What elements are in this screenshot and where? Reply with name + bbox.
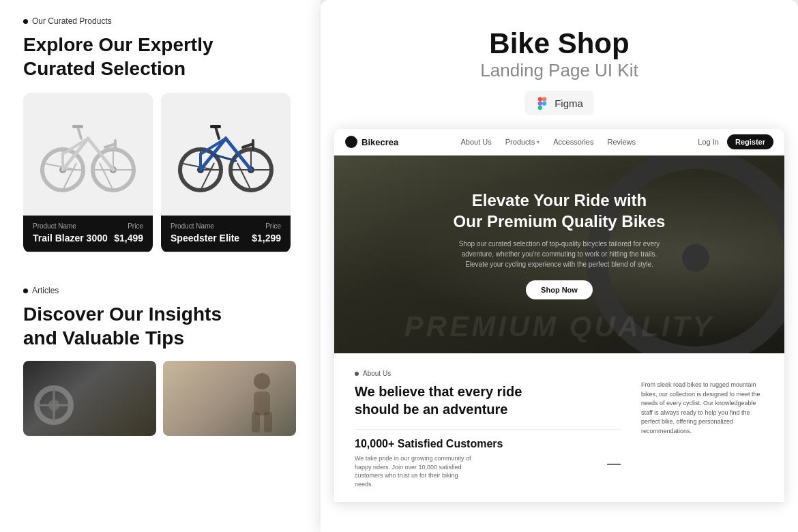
article-images (23, 361, 297, 436)
articles-tag: Articles (23, 286, 297, 295)
hero-title: Elevate Your Ride with Our Premium Quali… (389, 190, 730, 232)
chevron-down-icon: ▾ (537, 139, 540, 145)
figma-icon (535, 96, 549, 110)
browser-nav: Bikecrea About Us Products ▾ Accessories… (334, 129, 784, 156)
svg-rect-47 (538, 97, 542, 101)
hero-content: Elevate Your Ride with Our Premium Quali… (334, 156, 784, 334)
nav-links: About Us Products ▾ Accessories Reviews (461, 138, 636, 146)
article-image-2[interactable] (163, 361, 296, 436)
page-title: Bike Shop (489, 27, 629, 60)
product-image-2 (161, 93, 291, 216)
svg-line-17 (105, 144, 115, 147)
product-cards: Product Name Price Trail Blazer 3000 $1,… (23, 93, 297, 253)
svg-rect-36 (210, 125, 221, 128)
article-image-1[interactable] (23, 361, 156, 436)
svg-line-5 (42, 163, 76, 170)
svg-rect-45 (252, 412, 260, 432)
svg-point-43 (254, 373, 270, 389)
product-image-1 (23, 93, 153, 216)
login-button[interactable]: Log In (698, 138, 719, 146)
stats-left: 10,000+ Satisfied Customers We take prid… (355, 438, 503, 488)
svg-rect-46 (264, 412, 272, 432)
nav-link-products[interactable]: Products ▾ (505, 138, 540, 146)
dot-icon (23, 19, 28, 24)
figma-label: Figma (555, 98, 583, 109)
svg-rect-44 (254, 391, 270, 415)
right-header: Bike Shop Landing Page UI Kit Figma (321, 0, 798, 129)
stats-description: We take pride in our growing community o… (355, 454, 477, 488)
svg-line-24 (180, 163, 214, 170)
product-card-2[interactable]: Product Name Price Speedster Elite $1,29… (161, 93, 291, 253)
about-section: About Us We believe that every ride shou… (334, 353, 784, 502)
articles-dot-icon (23, 289, 28, 293)
bike-blue-icon (175, 110, 277, 198)
svg-rect-49 (538, 102, 542, 106)
product-card-1[interactable]: Product Name Price Trail Blazer 3000 $1,… (23, 93, 153, 253)
stats-number: 10,000+ Satisfied Customers (355, 438, 503, 450)
about-title: We believe that every ride should be an … (355, 383, 621, 418)
svg-rect-50 (538, 106, 542, 110)
svg-rect-16 (72, 125, 83, 128)
product-info-2: Product Name Price Speedster Elite $1,29… (161, 216, 291, 252)
about-dot-icon (355, 372, 359, 376)
about-tag: About Us (355, 370, 621, 377)
products-tag: Our Curated Products (23, 16, 297, 26)
figma-badge[interactable]: Figma (524, 91, 594, 115)
bikecrea-logo-icon (345, 136, 357, 148)
product-info-1: Product Name Price Trail Blazer 3000 $1,… (23, 216, 153, 252)
nav-actions: Log In Register (698, 134, 773, 149)
stats-expand-icon[interactable]: — (607, 456, 621, 471)
svg-line-35 (216, 127, 219, 138)
person-icon (241, 368, 282, 436)
nav-link-reviews[interactable]: Reviews (607, 138, 636, 146)
articles-section: Articles Discover Our Insights and Valua… (0, 267, 321, 447)
articles-title: Discover Our Insights and Valuable Tips (23, 302, 297, 350)
products-section: Our Curated Products Explore Our Expertl… (0, 0, 321, 267)
left-panel: Our Curated Products Explore Our Expertl… (0, 0, 321, 532)
browser-mockup: Bikecrea About Us Products ▾ Accessories… (334, 129, 784, 502)
nav-logo: Bikecrea (345, 136, 398, 148)
svg-line-15 (78, 127, 81, 138)
right-panel: Bike Shop Landing Page UI Kit Figma Bike… (321, 0, 798, 532)
bike-white-icon (37, 110, 139, 198)
nav-link-about[interactable]: About Us (461, 138, 492, 146)
gear-icon (27, 378, 81, 432)
hero-section: PREMIUM QUALITY Elevate Your Ride with O… (334, 156, 784, 353)
hero-subtitle: Shop our curated selection of top-qualit… (450, 239, 668, 269)
nav-link-accessories[interactable]: Accessories (553, 138, 593, 146)
svg-rect-48 (542, 97, 546, 101)
stats-row: 10,000+ Satisfied Customers We take prid… (355, 429, 621, 488)
svg-line-37 (243, 144, 253, 147)
page-subtitle: Landing Page UI Kit (480, 60, 638, 81)
register-button[interactable]: Register (727, 134, 773, 149)
svg-point-51 (542, 102, 546, 106)
about-right-text: From sleek road bikes to rugged mountain… (641, 370, 764, 488)
about-left: About Us We believe that every ride shou… (355, 370, 621, 488)
shop-now-button[interactable]: Shop Now (526, 280, 593, 299)
products-title: Explore Our Expertly Curated Selection (23, 33, 297, 80)
